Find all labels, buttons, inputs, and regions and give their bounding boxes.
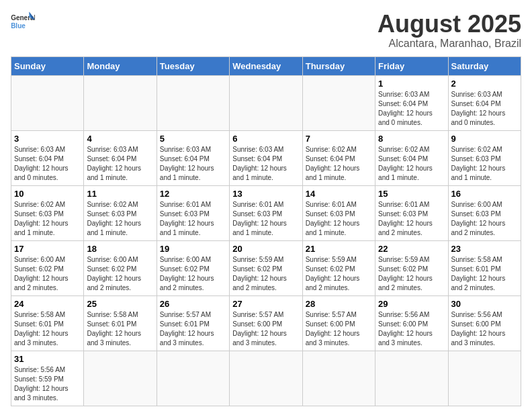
day-number: 13 (232, 189, 299, 199)
weekday-header-saturday: Saturday (448, 56, 521, 75)
day-info: Sunrise: 5:56 AM Sunset: 6:00 PM Dayligh… (378, 311, 433, 347)
calendar-cell: 21Sunrise: 5:59 AM Sunset: 6:02 PM Dayli… (302, 240, 375, 295)
day-number: 21 (306, 244, 372, 254)
calendar-cell: 11Sunrise: 6:02 AM Sunset: 6:03 PM Dayli… (84, 185, 157, 240)
day-number: 2 (451, 79, 518, 89)
day-number: 9 (451, 134, 518, 144)
day-number: 11 (87, 189, 153, 199)
calendar-cell (84, 75, 157, 130)
calendar-cell (157, 75, 229, 130)
logo-icon: General Blue (11, 11, 35, 31)
calendar-cell: 24Sunrise: 5:58 AM Sunset: 6:01 PM Dayli… (11, 295, 84, 351)
calendar-cell (302, 351, 375, 406)
day-number: 15 (378, 189, 445, 199)
day-number: 26 (160, 299, 226, 309)
calendar-cell (230, 351, 302, 406)
calendar-subtitle: Alcantara, Maranhao, Brazil (378, 38, 521, 50)
calendar-cell: 22Sunrise: 5:59 AM Sunset: 6:02 PM Dayli… (375, 240, 448, 295)
calendar-cell: 5Sunrise: 6:03 AM Sunset: 6:04 PM Daylig… (157, 130, 229, 185)
day-number: 17 (14, 244, 81, 254)
day-info: Sunrise: 5:59 AM Sunset: 6:02 PM Dayligh… (378, 256, 433, 291)
day-number: 1 (378, 79, 445, 89)
calendar-cell: 2Sunrise: 6:03 AM Sunset: 6:04 PM Daylig… (448, 75, 521, 130)
day-number: 29 (378, 299, 445, 309)
weekday-header-monday: Monday (84, 56, 157, 75)
calendar-cell (448, 351, 521, 406)
day-number: 10 (14, 189, 81, 199)
day-number: 4 (87, 134, 153, 144)
day-number: 5 (160, 134, 226, 144)
calendar-cell: 26Sunrise: 5:57 AM Sunset: 6:01 PM Dayli… (157, 295, 229, 351)
calendar-cell: 9Sunrise: 6:02 AM Sunset: 6:03 PM Daylig… (448, 130, 521, 185)
calendar-cell: 25Sunrise: 5:58 AM Sunset: 6:01 PM Dayli… (84, 295, 157, 351)
calendar-cell: 13Sunrise: 6:01 AM Sunset: 6:03 PM Dayli… (230, 185, 302, 240)
day-info: Sunrise: 5:58 AM Sunset: 6:01 PM Dayligh… (451, 256, 506, 291)
day-number: 16 (451, 189, 518, 199)
day-info: Sunrise: 6:01 AM Sunset: 6:03 PM Dayligh… (306, 201, 360, 236)
day-info: Sunrise: 6:03 AM Sunset: 6:04 PM Dayligh… (160, 146, 214, 181)
weekday-header-wednesday: Wednesday (230, 56, 302, 75)
calendar-cell: 7Sunrise: 6:02 AM Sunset: 6:04 PM Daylig… (302, 130, 375, 185)
day-info: Sunrise: 6:00 AM Sunset: 6:02 PM Dayligh… (87, 256, 141, 291)
calendar-week-row: 17Sunrise: 6:00 AM Sunset: 6:02 PM Dayli… (11, 240, 521, 295)
day-info: Sunrise: 5:59 AM Sunset: 6:02 PM Dayligh… (232, 256, 287, 291)
day-info: Sunrise: 6:01 AM Sunset: 6:03 PM Dayligh… (232, 201, 287, 236)
day-number: 24 (14, 299, 81, 309)
day-number: 14 (306, 189, 372, 199)
calendar-cell: 23Sunrise: 5:58 AM Sunset: 6:01 PM Dayli… (448, 240, 521, 295)
day-info: Sunrise: 5:57 AM Sunset: 6:01 PM Dayligh… (160, 311, 214, 347)
day-info: Sunrise: 6:02 AM Sunset: 6:03 PM Dayligh… (87, 201, 141, 236)
calendar-week-row: 31Sunrise: 5:56 AM Sunset: 5:59 PM Dayli… (11, 351, 521, 406)
day-number: 20 (232, 244, 299, 254)
day-info: Sunrise: 6:02 AM Sunset: 6:03 PM Dayligh… (14, 201, 69, 236)
day-number: 7 (306, 134, 372, 144)
day-info: Sunrise: 6:03 AM Sunset: 6:04 PM Dayligh… (378, 91, 433, 126)
calendar-table: SundayMondayTuesdayWednesdayThursdayFrid… (11, 56, 521, 406)
day-info: Sunrise: 6:01 AM Sunset: 6:03 PM Dayligh… (160, 201, 214, 236)
calendar-cell: 14Sunrise: 6:01 AM Sunset: 6:03 PM Dayli… (302, 185, 375, 240)
calendar-cell (84, 351, 157, 406)
calendar-cell (230, 75, 302, 130)
calendar-cell (157, 351, 229, 406)
day-info: Sunrise: 5:56 AM Sunset: 5:59 PM Dayligh… (14, 366, 69, 402)
day-info: Sunrise: 6:02 AM Sunset: 6:04 PM Dayligh… (378, 146, 433, 181)
day-number: 6 (232, 134, 299, 144)
day-info: Sunrise: 5:56 AM Sunset: 6:00 PM Dayligh… (451, 311, 506, 347)
title-area: August 2025 Alcantara, Maranhao, Brazil (378, 11, 521, 50)
calendar-cell: 17Sunrise: 6:00 AM Sunset: 6:02 PM Dayli… (11, 240, 84, 295)
day-number: 27 (232, 299, 299, 309)
weekday-header-row: SundayMondayTuesdayWednesdayThursdayFrid… (11, 56, 521, 75)
day-number: 23 (451, 244, 518, 254)
weekday-header-friday: Friday (375, 56, 448, 75)
calendar-cell: 31Sunrise: 5:56 AM Sunset: 5:59 PM Dayli… (11, 351, 84, 406)
calendar-cell: 18Sunrise: 6:00 AM Sunset: 6:02 PM Dayli… (84, 240, 157, 295)
calendar-cell (375, 351, 448, 406)
calendar-cell: 12Sunrise: 6:01 AM Sunset: 6:03 PM Dayli… (157, 185, 229, 240)
calendar-week-row: 3Sunrise: 6:03 AM Sunset: 6:04 PM Daylig… (11, 130, 521, 185)
calendar-week-row: 10Sunrise: 6:02 AM Sunset: 6:03 PM Dayli… (11, 185, 521, 240)
logo: General Blue (11, 11, 35, 31)
day-number: 25 (87, 299, 153, 309)
calendar-cell: 27Sunrise: 5:57 AM Sunset: 6:00 PM Dayli… (230, 295, 302, 351)
calendar-cell: 15Sunrise: 6:01 AM Sunset: 6:03 PM Dayli… (375, 185, 448, 240)
day-info: Sunrise: 6:03 AM Sunset: 6:04 PM Dayligh… (14, 146, 69, 181)
day-info: Sunrise: 6:00 AM Sunset: 6:02 PM Dayligh… (14, 256, 69, 291)
calendar-cell: 28Sunrise: 5:57 AM Sunset: 6:00 PM Dayli… (302, 295, 375, 351)
day-info: Sunrise: 6:02 AM Sunset: 6:04 PM Dayligh… (306, 146, 360, 181)
day-number: 18 (87, 244, 153, 254)
calendar-week-row: 24Sunrise: 5:58 AM Sunset: 6:01 PM Dayli… (11, 295, 521, 351)
day-info: Sunrise: 6:01 AM Sunset: 6:03 PM Dayligh… (378, 201, 433, 236)
day-info: Sunrise: 5:58 AM Sunset: 6:01 PM Dayligh… (87, 311, 141, 347)
svg-text:Blue: Blue (11, 22, 26, 30)
day-number: 22 (378, 244, 445, 254)
calendar-cell: 19Sunrise: 6:00 AM Sunset: 6:02 PM Dayli… (157, 240, 229, 295)
calendar-title: August 2025 (378, 11, 521, 38)
calendar-cell: 30Sunrise: 5:56 AM Sunset: 6:00 PM Dayli… (448, 295, 521, 351)
weekday-header-tuesday: Tuesday (157, 56, 229, 75)
day-info: Sunrise: 6:03 AM Sunset: 6:04 PM Dayligh… (232, 146, 287, 181)
day-info: Sunrise: 6:00 AM Sunset: 6:02 PM Dayligh… (160, 256, 214, 291)
day-number: 31 (14, 354, 81, 364)
day-number: 12 (160, 189, 226, 199)
calendar-cell: 1Sunrise: 6:03 AM Sunset: 6:04 PM Daylig… (375, 75, 448, 130)
day-info: Sunrise: 6:02 AM Sunset: 6:03 PM Dayligh… (451, 146, 506, 181)
